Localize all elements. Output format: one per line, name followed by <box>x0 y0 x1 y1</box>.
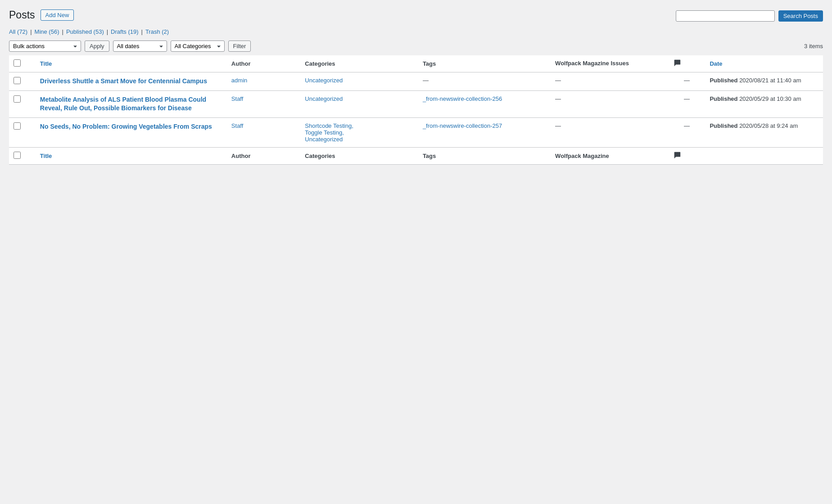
tf-categories: Categories <box>300 147 418 164</box>
date-status-2: Published <box>710 122 737 129</box>
category-link-0[interactable]: Uncategorized <box>305 77 343 84</box>
nav-mine: Mine (56) <box>35 28 59 35</box>
items-count: 3 items <box>804 43 823 50</box>
th-checkbox <box>9 55 36 72</box>
row-checkbox-1[interactable] <box>14 95 21 103</box>
author-link-0[interactable]: admin <box>231 77 247 84</box>
post-title-link-0[interactable]: Driverless Shuttle a Smart Move for Cent… <box>40 77 207 85</box>
posts-table: Title Author Categories Tags Wolfpack Ma… <box>9 55 823 165</box>
post-title-link-1[interactable]: Metabolite Analysis of ALS Patient Blood… <box>40 96 206 112</box>
select-all-footer-checkbox[interactable] <box>14 152 21 159</box>
th-title: Title <box>36 55 227 72</box>
tag-dash-0: — <box>423 77 429 84</box>
tf-checkbox <box>9 147 36 164</box>
nav-all: All (72) <box>9 28 27 35</box>
nav-drafts-link[interactable]: Drafts (19) <box>111 28 138 35</box>
th-comments <box>669 55 705 72</box>
nav-trash: Trash (2) <box>145 28 169 35</box>
comments-cell-1: — <box>669 90 705 117</box>
actions-bar: Bulk actions Apply All dates All Categor… <box>9 40 823 52</box>
title-footer-sort-link[interactable]: Title <box>40 153 52 159</box>
table-header-row: Title Author Categories Tags Wolfpack Ma… <box>9 55 823 72</box>
category-link-2[interactable]: Uncategorized <box>305 136 343 143</box>
bulk-actions-select[interactable]: Bulk actions <box>9 40 81 52</box>
th-wolfpack: Wolfpack Magazine Issues <box>551 55 669 72</box>
category-link-2[interactable]: Shortcode Testing, <box>305 122 353 129</box>
nav-published: Published (53) <box>66 28 104 35</box>
tag-link-1[interactable]: _from-newswire-collection-256 <box>423 95 502 102</box>
search-input[interactable] <box>676 10 775 22</box>
title-sort-link[interactable]: Title <box>40 60 52 67</box>
comments-cell-2: — <box>669 117 705 147</box>
author-link-1[interactable]: Staff <box>231 95 244 102</box>
comment-icon-footer <box>673 151 681 159</box>
dates-select[interactable]: All dates <box>113 40 167 52</box>
category-link-2[interactable]: Toggle Testing, <box>305 129 344 136</box>
filter-button[interactable]: Filter <box>228 40 251 52</box>
wolfpack-cell-0: — <box>551 72 669 91</box>
apply-button[interactable]: Apply <box>85 40 109 52</box>
th-tags: Tags <box>418 55 551 72</box>
category-link-1[interactable]: Uncategorized <box>305 95 343 102</box>
date-status-0: Published <box>710 77 737 84</box>
comment-icon <box>673 59 681 67</box>
add-new-button[interactable]: Add New <box>41 9 74 21</box>
posts-table-wrapper: Title Author Categories Tags Wolfpack Ma… <box>9 55 823 165</box>
nav-drafts: Drafts (19) <box>111 28 138 35</box>
date-status-1: Published <box>710 95 737 102</box>
tf-tags: Tags <box>418 147 551 164</box>
tf-date <box>705 147 823 164</box>
th-categories: Categories <box>300 55 418 72</box>
date-cell-0: Published 2020/08/21 at 11:40 am <box>705 72 823 91</box>
wolfpack-cell-2: — <box>551 117 669 147</box>
table-row: No Seeds, No Problem: Growing Vegetables… <box>9 117 823 147</box>
tf-wolfpack: Wolfpack Magazine <box>551 147 669 164</box>
nav-all-link[interactable]: All (72) <box>9 28 27 35</box>
author-link-2[interactable]: Staff <box>231 122 244 129</box>
tag-link-2[interactable]: _from-newswire-collection-257 <box>423 122 502 129</box>
table-footer-row: Title Author Categories Tags Wolfpack Ma… <box>9 147 823 164</box>
wolfpack-cell-1: — <box>551 90 669 117</box>
date-cell-1: Published 2020/05/29 at 10:30 am <box>705 90 823 117</box>
nav-trash-link[interactable]: Trash (2) <box>145 28 169 35</box>
tf-author: Author <box>227 147 300 164</box>
tf-comments <box>669 147 705 164</box>
row-checkbox-2[interactable] <box>14 122 21 130</box>
post-status-nav: All (72) | Mine (56) | Published (53) | … <box>9 28 823 35</box>
nav-published-link[interactable]: Published (53) <box>66 28 104 35</box>
tf-title: Title <box>36 147 227 164</box>
select-all-checkbox[interactable] <box>14 59 21 67</box>
th-author: Author <box>227 55 300 72</box>
nav-mine-link[interactable]: Mine (56) <box>35 28 59 35</box>
page-title: Posts <box>9 9 35 21</box>
th-date: Date <box>705 55 823 72</box>
row-checkbox-0[interactable] <box>14 77 21 84</box>
table-row: Metabolite Analysis of ALS Patient Blood… <box>9 90 823 117</box>
comments-cell-0: — <box>669 72 705 91</box>
post-title-link-2[interactable]: No Seeds, No Problem: Growing Vegetables… <box>40 123 212 130</box>
search-posts-button[interactable]: Search Posts <box>778 10 823 22</box>
table-row: Driverless Shuttle a Smart Move for Cent… <box>9 72 823 91</box>
date-cell-2: Published 2020/05/28 at 9:24 am <box>705 117 823 147</box>
categories-select[interactable]: All Categories <box>171 40 225 52</box>
search-area: Search Posts <box>676 10 823 22</box>
date-sort-link[interactable]: Date <box>710 60 722 67</box>
